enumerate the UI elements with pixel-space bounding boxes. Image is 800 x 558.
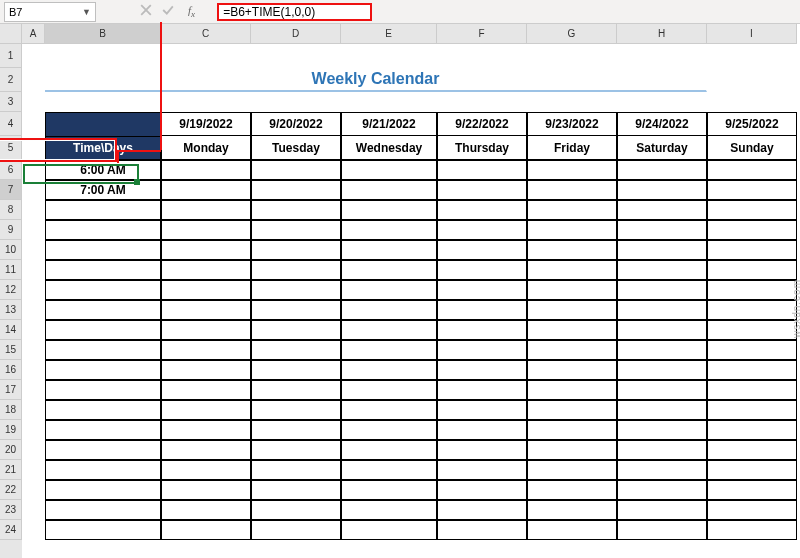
col-header-I[interactable]: I xyxy=(707,24,797,44)
row-13 xyxy=(22,300,800,320)
col-header-B[interactable]: B xyxy=(45,24,161,44)
chevron-down-icon[interactable]: ▼ xyxy=(82,7,91,17)
col-header-G[interactable]: G xyxy=(527,24,617,44)
formula-input[interactable]: =B6+TIME(1,0,0) xyxy=(217,3,372,21)
row-header-3[interactable]: 3 xyxy=(0,92,22,112)
cell-G6[interactable] xyxy=(527,160,617,180)
row-header-19[interactable]: 19 xyxy=(0,420,22,440)
row-header-11[interactable]: 11 xyxy=(0,260,22,280)
row-3 xyxy=(22,92,800,112)
cell-E5[interactable]: Wednesday xyxy=(341,136,437,160)
row-header-22[interactable]: 22 xyxy=(0,480,22,500)
row-header-6[interactable]: 6 xyxy=(0,160,22,180)
row-header-16[interactable]: 16 xyxy=(0,360,22,380)
grid: A B C D E F G H I Weekly Calendar xyxy=(22,24,800,558)
cell-F5[interactable]: Thursday xyxy=(437,136,527,160)
cell-E7[interactable] xyxy=(341,180,437,200)
cell-merged-3[interactable] xyxy=(45,92,707,112)
row-header-14[interactable]: 14 xyxy=(0,320,22,340)
formula-text: =B6+TIME(1,0,0) xyxy=(223,5,315,19)
row-4: 9/19/2022 9/20/2022 9/21/2022 9/22/2022 … xyxy=(22,112,800,136)
cell-D5[interactable]: Tuesday xyxy=(251,136,341,160)
row-17 xyxy=(22,380,800,400)
cell-G7[interactable] xyxy=(527,180,617,200)
row-18 xyxy=(22,400,800,420)
formula-cancel-icon[interactable] xyxy=(140,4,152,19)
cell-A3[interactable] xyxy=(22,92,45,112)
col-header-F[interactable]: F xyxy=(437,24,527,44)
cell-H4[interactable]: 9/24/2022 xyxy=(617,112,707,136)
row-16 xyxy=(22,360,800,380)
row-22 xyxy=(22,480,800,500)
col-header-A[interactable]: A xyxy=(22,24,45,44)
cell-G4[interactable]: 9/23/2022 xyxy=(527,112,617,136)
cell-C7[interactable] xyxy=(161,180,251,200)
row-9 xyxy=(22,220,800,240)
row-header-2[interactable]: 2 xyxy=(0,68,22,92)
row-header-4[interactable]: 4 xyxy=(0,112,22,136)
cell-A2[interactable] xyxy=(22,68,45,92)
calendar-title[interactable]: Weekly Calendar xyxy=(45,68,707,92)
row-header-5[interactable]: 5 xyxy=(0,136,22,160)
row-header-1[interactable]: 1 xyxy=(0,44,22,68)
row-header-17[interactable]: 17 xyxy=(0,380,22,400)
cell-merged-1[interactable] xyxy=(45,44,707,68)
row-20 xyxy=(22,440,800,460)
cell-B7[interactable]: 7:00 AM xyxy=(45,180,161,200)
col-header-C[interactable]: C xyxy=(161,24,251,44)
cell-D6[interactable] xyxy=(251,160,341,180)
row-15 xyxy=(22,340,800,360)
cell-F7[interactable] xyxy=(437,180,527,200)
col-header-D[interactable]: D xyxy=(251,24,341,44)
cell-E4[interactable]: 9/21/2022 xyxy=(341,112,437,136)
cell-F4[interactable]: 9/22/2022 xyxy=(437,112,527,136)
cell-F6[interactable] xyxy=(437,160,527,180)
cell-I4[interactable]: 9/25/2022 xyxy=(707,112,797,136)
row-header-23[interactable]: 23 xyxy=(0,500,22,520)
cell-H7[interactable] xyxy=(617,180,707,200)
cell-E6[interactable] xyxy=(341,160,437,180)
select-all-corner[interactable] xyxy=(0,24,22,44)
row-header-7[interactable]: 7 xyxy=(0,180,22,200)
time-days-header[interactable]: Time\Days xyxy=(45,136,161,160)
cell-A5[interactable] xyxy=(22,136,45,160)
spreadsheet-area: 1 2 3 4 5 6 7 8 9 10 11 12 13 14 15 16 1… xyxy=(0,24,800,558)
formula-enter-icon[interactable] xyxy=(162,4,174,19)
row-header-9[interactable]: 9 xyxy=(0,220,22,240)
cell-I6[interactable] xyxy=(707,160,797,180)
cell-A7[interactable] xyxy=(22,180,45,200)
name-box[interactable]: B7 ▼ xyxy=(4,2,96,22)
fx-icon[interactable]: fx xyxy=(188,4,195,19)
row-6: 6:00 AM xyxy=(22,160,800,180)
cell-D7[interactable] xyxy=(251,180,341,200)
cell-A6[interactable] xyxy=(22,160,45,180)
cell-B6[interactable]: 6:00 AM xyxy=(45,160,161,180)
cell-H6[interactable] xyxy=(617,160,707,180)
cell-C5[interactable]: Monday xyxy=(161,136,251,160)
cell-H5[interactable]: Saturday xyxy=(617,136,707,160)
row-header-18[interactable]: 18 xyxy=(0,400,22,420)
cell-I5[interactable]: Sunday xyxy=(707,136,797,160)
row-header-20[interactable]: 20 xyxy=(0,440,22,460)
row-2: Weekly Calendar xyxy=(22,68,800,92)
row-header-12[interactable]: 12 xyxy=(0,280,22,300)
row-header-8[interactable]: 8 xyxy=(0,200,22,220)
cell-C4[interactable]: 9/19/2022 xyxy=(161,112,251,136)
cell-B4[interactable] xyxy=(45,112,161,136)
row-12 xyxy=(22,280,800,300)
row-8 xyxy=(22,200,800,220)
row-header-15[interactable]: 15 xyxy=(0,340,22,360)
cell-A4[interactable] xyxy=(22,112,45,136)
row-header-13[interactable]: 13 xyxy=(0,300,22,320)
cell-I7[interactable] xyxy=(707,180,797,200)
cell-D4[interactable]: 9/20/2022 xyxy=(251,112,341,136)
cell-G5[interactable]: Friday xyxy=(527,136,617,160)
row-header-10[interactable]: 10 xyxy=(0,240,22,260)
col-header-E[interactable]: E xyxy=(341,24,437,44)
row-header-24[interactable]: 24 xyxy=(0,520,22,540)
row-5: Time\Days Monday Tuesday Wednesday Thurs… xyxy=(22,136,800,160)
row-header-21[interactable]: 21 xyxy=(0,460,22,480)
col-header-H[interactable]: H xyxy=(617,24,707,44)
cell-C6[interactable] xyxy=(161,160,251,180)
cell-A1[interactable] xyxy=(22,44,45,68)
